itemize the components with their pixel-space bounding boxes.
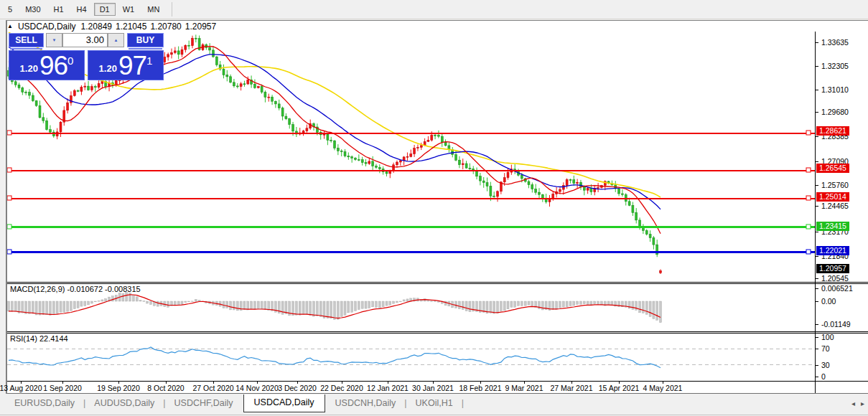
volume-input[interactable]: 3.00 <box>62 33 108 47</box>
price-axis-label: 1.31010 <box>821 85 849 94</box>
date-axis-label: 27 Mar 2021 <box>551 384 593 392</box>
price-level-label: 1.26545 <box>816 164 849 173</box>
level-line-handle[interactable] <box>806 250 811 254</box>
timeframe-button-w1[interactable]: W1 <box>117 3 141 16</box>
timeframe-button-h1[interactable]: H1 <box>48 3 70 16</box>
buy-button[interactable]: BUY <box>127 33 164 47</box>
macd-histogram-bar <box>157 301 159 306</box>
price-axis[interactable]: 1.336351.323051.310101.296801.283851.270… <box>816 21 868 393</box>
volume-increase-button[interactable]: ▲ <box>108 33 124 47</box>
rsi-chart[interactable] <box>7 334 815 381</box>
sell-button[interactable]: SELL <box>9 33 44 47</box>
panel-separator <box>7 333 868 334</box>
macd-histogram-bar <box>396 301 398 303</box>
level-line-handle[interactable] <box>806 196 811 200</box>
level-line-handle[interactable] <box>806 131 811 135</box>
macd-histogram-bar <box>150 301 152 305</box>
level-line-handle[interactable] <box>7 224 11 229</box>
macd-histogram-bar <box>437 301 439 302</box>
tabs-scroll-right-icon[interactable]: ▸ <box>861 400 864 407</box>
panel-separator <box>7 381 868 382</box>
macd-histogram-bar <box>656 301 658 320</box>
tab-usdchf[interactable]: USDCHF,Daily <box>172 394 236 412</box>
macd-histogram-bar <box>552 301 554 310</box>
macd-axis-label: 0.006521 <box>821 284 853 293</box>
chart-ohlc-readout: 1.208491.210451.207801.20957 <box>81 22 220 32</box>
buy-price-display[interactable]: 1.20971 <box>88 50 164 80</box>
sell-price-display[interactable]: 1.20960 <box>9 50 85 80</box>
price-axis-label: 1.32305 <box>821 62 849 70</box>
axis-tick-mark <box>816 301 818 302</box>
macd-histogram-bar <box>198 300 200 301</box>
macd-histogram-bar <box>531 301 533 306</box>
macd-histogram-bar <box>427 301 429 302</box>
axis-tick-mark <box>816 232 818 232</box>
tab-audusd[interactable]: AUDUSD,Daily <box>91 394 157 412</box>
macd-histogram-bar <box>136 297 138 301</box>
axis-tick-mark <box>816 337 818 338</box>
macd-histogram-bar <box>319 301 322 317</box>
price-axis-label: 1.29680 <box>821 108 849 116</box>
ohlc-high: 1.21045 <box>116 22 146 32</box>
chart-title-bar: ▲ USDCAD,Daily 1.208491.210451.207801.20… <box>7 22 225 32</box>
date-axis[interactable]: 13 Aug 20201 Sep 202019 Sep 20208 Oct 20… <box>7 382 815 393</box>
macd-histogram-bar <box>403 300 405 301</box>
axis-tick-mark <box>816 288 818 289</box>
macd-histogram-bar <box>316 301 318 316</box>
macd-histogram-bar <box>583 301 585 304</box>
macd-histogram-bar <box>70 301 72 311</box>
sell-price-big: 96 <box>39 54 67 77</box>
rsi-axis-label: 70 <box>821 344 830 353</box>
date-axis-label: 1 Sep 2020 <box>43 384 82 392</box>
timeframe-button-m30[interactable]: M30 <box>19 3 46 16</box>
rsi-panel[interactable]: RSI(14) 22.4144 <box>7 334 815 381</box>
level-line-handle[interactable] <box>806 168 811 172</box>
timeframe-button-d1[interactable]: D1 <box>94 3 116 16</box>
macd-histogram-bar <box>375 301 378 308</box>
macd-histogram-bar <box>42 301 45 314</box>
macd-histogram-bar <box>32 301 34 313</box>
macd-histogram-bar <box>503 301 505 311</box>
macd-histogram-bar <box>514 301 516 307</box>
tab-ukoil[interactable]: UKOil,H1 <box>413 394 456 412</box>
macd-histogram-bar <box>556 301 558 309</box>
panel-separator[interactable] <box>7 282 868 283</box>
axis-tick-mark <box>816 66 818 67</box>
level-line-handle[interactable] <box>806 224 811 229</box>
macd-histogram-bar <box>399 301 401 302</box>
macd-histogram-bar <box>639 301 641 313</box>
macd-histogram-bar <box>500 301 502 311</box>
tab-eurusd[interactable]: EURUSD,Daily <box>11 394 78 412</box>
macd-histogram-bar <box>105 298 107 301</box>
macd-histogram-bar <box>50 301 52 315</box>
macd-histogram-bar <box>518 301 520 306</box>
axis-tick-mark <box>816 90 818 90</box>
level-line-handle[interactable] <box>7 196 11 200</box>
timeframe-button-mn[interactable]: MN <box>141 3 165 16</box>
price-axis-label: 1.25760 <box>821 181 849 189</box>
tab-usdcad[interactable]: USDCAD,Daily <box>243 394 325 412</box>
date-axis-label: 18 Feb 2021 <box>459 384 502 392</box>
axis-tick-mark <box>816 377 818 377</box>
timeframe-button-h4[interactable]: H4 <box>71 3 93 16</box>
macd-histogram-bar <box>264 301 266 309</box>
macd-histogram-bar <box>590 301 592 305</box>
level-line-handle[interactable] <box>7 168 11 172</box>
panel-separator[interactable] <box>7 331 868 332</box>
level-line-handle[interactable] <box>7 250 11 254</box>
volume-decrease-button[interactable]: ▼ <box>46 33 62 47</box>
macd-histogram-bar <box>340 301 342 316</box>
panel-separator <box>7 283 868 284</box>
level-line-handle[interactable] <box>7 131 11 135</box>
macd-histogram-bar <box>18 301 20 313</box>
timeframe-button-5[interactable]: 5 <box>2 3 18 16</box>
macd-histogram-bar <box>569 301 571 306</box>
macd-histogram-bar <box>243 301 246 310</box>
tab-usdcnh[interactable]: USDCNH,Daily <box>332 394 399 412</box>
macd-histogram-bar <box>84 301 86 306</box>
macd-panel[interactable]: MACD(12,26,9) -0.010672 -0.008315 <box>7 284 815 331</box>
tabs-scroll-left-icon[interactable]: ◂ <box>851 400 855 407</box>
macd-histogram-bar <box>597 301 599 305</box>
macd-histogram-bar <box>257 301 259 309</box>
axis-tick-mark <box>816 206 818 207</box>
